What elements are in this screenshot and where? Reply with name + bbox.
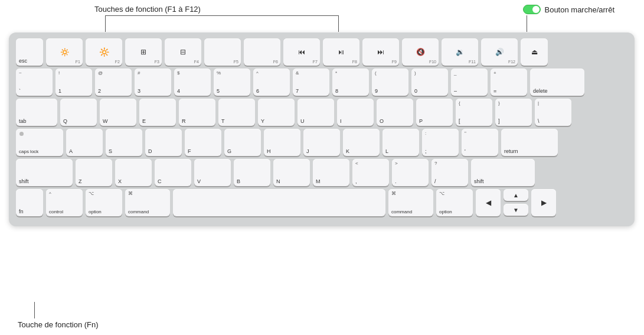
key-arrow-left[interactable]: ◀ [476,189,501,216]
key-z[interactable]: Z [76,159,112,186]
capslock-indicator [19,132,24,136]
callout-power-line [527,15,527,32]
key-f11[interactable]: 🔉 F11 [442,38,478,66]
key-w[interactable]: W [100,99,136,126]
key-6[interactable]: ^ 6 [253,69,290,96]
key-f[interactable]: F [185,129,221,156]
key-return[interactable]: return [501,129,558,156]
row-zxcv: shift Z X C V B N M < , > . ? / shift [16,159,627,186]
key-c[interactable]: C [155,159,191,186]
key-g[interactable]: G [224,129,261,156]
key-f8[interactable]: ⏯ F8 [323,38,359,66]
key-command-right[interactable]: ⌘ command [388,189,433,216]
key-4[interactable]: $ 4 [174,69,211,96]
key-s[interactable]: S [106,129,142,156]
key-eject[interactable]: ⏏ [521,38,548,66]
key-f6[interactable]: F6 [244,38,280,66]
key-equals[interactable]: + = [491,69,527,96]
key-2[interactable]: @ 2 [95,69,132,96]
key-m[interactable]: M [313,159,349,186]
key-semicolon[interactable]: : ; [422,129,459,156]
key-control[interactable]: ^ control [46,189,83,216]
arrow-up-down-cluster: ▲ ▼ [504,189,528,216]
key-shift-right[interactable]: shift [471,159,535,186]
row-modifiers: fn ^ control ⌥ option ⌘ command ⌘ comman… [16,189,627,216]
key-f2[interactable]: 🔆 F2 [86,38,122,66]
key-f1[interactable]: 🔅 F1 [46,38,83,66]
row-qwerty: tab Q W E R T Y U I O P { [ } ] | \ [16,99,627,126]
key-k[interactable]: K [343,129,380,156]
key-tab[interactable]: tab [16,99,57,126]
key-f10[interactable]: 🔇 F10 [402,38,439,66]
key-delete[interactable]: delete [530,69,584,96]
key-r[interactable]: R [179,99,215,126]
key-5[interactable]: % 5 [214,69,250,96]
key-comma[interactable]: < , [352,159,389,186]
key-h[interactable]: H [264,129,300,156]
key-f7[interactable]: ⏮ F7 [283,38,320,66]
key-option-left[interactable]: ⌥ option [86,189,122,216]
key-8[interactable]: * 8 [332,69,369,96]
key-u[interactable]: U [298,99,334,126]
key-f5[interactable]: F5 [204,38,241,66]
key-shift-left[interactable]: shift [16,159,73,186]
bouton-marche-label: Bouton marche/arrêt [523,5,614,14]
key-period[interactable]: > . [392,159,429,186]
key-space[interactable] [173,189,385,216]
bouton-marche-text: Bouton marche/arrêt [544,5,614,14]
key-minus[interactable]: _ – [451,69,488,96]
keyboard: esc 🔅 F1 🔆 F2 ⊞ F3 ⊟ F4 F5 F6 ⏮ F7 ⏯ [9,32,635,226]
key-e[interactable]: E [139,99,176,126]
key-q[interactable]: Q [60,99,97,126]
power-toggle-icon [523,5,541,14]
key-option-right[interactable]: ⌥ option [436,189,473,216]
callout-line-top [105,15,338,16]
callout-line-left [105,15,106,32]
key-f9[interactable]: ⏭ F9 [362,38,399,66]
key-7[interactable]: & 7 [293,69,329,96]
key-o[interactable]: O [377,99,413,126]
key-x[interactable]: X [115,159,152,186]
key-f4[interactable]: ⊟ F4 [165,38,201,66]
key-f12[interactable]: 🔊 F12 [481,38,518,66]
key-quote[interactable]: " ' [462,129,498,156]
key-f3[interactable]: ⊞ F3 [125,38,162,66]
key-j[interactable]: J [303,129,340,156]
row-numbers: ~ ` ! 1 @ 2 # 3 $ 4 % 5 ^ 6 & 7 [16,69,627,96]
key-slash[interactable]: ? / [431,159,468,186]
key-backtick[interactable]: ~ ` [16,69,53,96]
key-0[interactable]: ) 0 [411,69,448,96]
key-capslock[interactable]: caps lock [16,129,63,156]
key-b[interactable]: B [234,159,270,186]
key-arrow-down[interactable]: ▼ [504,204,528,216]
key-l[interactable]: L [383,129,419,156]
key-y[interactable]: Y [258,99,295,126]
key-a[interactable]: A [66,129,103,156]
key-9[interactable]: ( 9 [372,69,408,96]
key-command-left[interactable]: ⌘ command [125,189,170,216]
row-asdf: caps lock A S D F G H J K L : ; " ' retu… [16,129,627,156]
key-bracket-open[interactable]: { [ [456,99,492,126]
touches-fonction-label: Touches de fonction (F1 à F12) [94,5,201,14]
callout-fn-line [34,302,35,318]
key-p[interactable]: P [416,99,453,126]
key-fn[interactable]: fn [16,189,43,216]
key-backslash[interactable]: | \ [535,99,571,126]
key-n[interactable]: N [273,159,310,186]
key-1[interactable]: ! 1 [55,69,92,96]
key-arrow-up[interactable]: ▲ [504,189,528,201]
callout-line-right [338,15,339,32]
touche-fn-label: Touche de fonction (Fn) [18,320,99,329]
key-esc[interactable]: esc [16,38,43,66]
key-t[interactable]: T [218,99,255,126]
key-i[interactable]: I [337,99,374,126]
key-d[interactable]: D [145,129,182,156]
key-arrow-right[interactable]: ▶ [531,189,556,216]
row-function: esc 🔅 F1 🔆 F2 ⊞ F3 ⊟ F4 F5 F6 ⏮ F7 ⏯ [16,38,627,66]
key-v[interactable]: V [194,159,231,186]
key-bracket-close[interactable]: } ] [495,99,532,126]
key-3[interactable]: # 3 [135,69,171,96]
